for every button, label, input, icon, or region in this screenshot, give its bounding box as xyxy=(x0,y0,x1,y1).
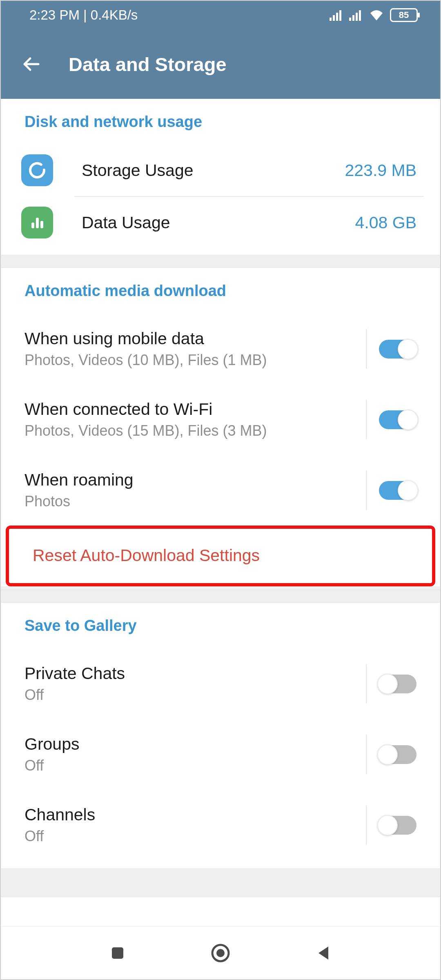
svg-point-8 xyxy=(30,163,44,177)
groups-sub: Off xyxy=(24,757,350,774)
toggle-roaming[interactable] xyxy=(379,481,416,500)
navigation-bar xyxy=(1,926,440,979)
row-roaming[interactable]: When roaming Photos xyxy=(1,455,440,526)
svg-rect-2 xyxy=(336,13,338,21)
row-channels[interactable]: Channels Off xyxy=(1,790,440,860)
row-groups[interactable]: Groups Off xyxy=(1,719,440,790)
svg-rect-3 xyxy=(339,10,341,21)
roaming-sub: Photos xyxy=(24,493,350,510)
back-button[interactable] xyxy=(17,50,45,78)
nav-back-button[interactable] xyxy=(309,939,338,967)
circle-icon xyxy=(211,943,230,963)
svg-rect-4 xyxy=(349,18,351,21)
row-storage-usage[interactable]: Storage Usage 223.9 MB xyxy=(1,145,440,196)
svg-rect-7 xyxy=(359,10,361,21)
battery-icon: 85 xyxy=(390,8,418,22)
roaming-title: When roaming xyxy=(24,470,350,490)
svg-rect-12 xyxy=(112,947,123,959)
mobile-data-sub: Photos, Videos (10 MB), Files (1 MB) xyxy=(24,352,350,369)
data-usage-value: 4.08 GB xyxy=(355,213,416,232)
storage-usage-label: Storage Usage xyxy=(82,161,316,180)
toggle-private-chats[interactable] xyxy=(379,675,416,693)
svg-rect-6 xyxy=(356,13,358,21)
private-chats-title: Private Chats xyxy=(24,664,350,683)
mobile-data-title: When using mobile data xyxy=(24,329,350,348)
svg-rect-11 xyxy=(40,221,43,228)
data-icon xyxy=(21,207,53,238)
row-private-chats[interactable]: Private Chats Off xyxy=(1,648,440,719)
battery-level: 85 xyxy=(399,10,409,20)
svg-rect-9 xyxy=(31,223,34,228)
svg-rect-1 xyxy=(333,15,335,21)
wifi-icon xyxy=(369,9,384,21)
section-gap xyxy=(1,869,440,897)
channels-sub: Off xyxy=(24,828,350,845)
page-title: Data and Storage xyxy=(69,53,227,76)
storage-icon xyxy=(21,154,53,186)
toggle-channels[interactable] xyxy=(379,816,416,835)
reset-auto-download[interactable]: Reset Auto-Download Settings xyxy=(9,529,432,583)
private-chats-sub: Off xyxy=(24,686,350,704)
app-bar: Data and Storage xyxy=(1,29,440,99)
svg-rect-0 xyxy=(330,18,332,21)
data-usage-label: Data Usage xyxy=(82,213,327,232)
wifi-title: When connected to Wi-Fi xyxy=(24,400,350,419)
toggle-wifi[interactable] xyxy=(379,410,416,429)
toggle-mobile-data[interactable] xyxy=(379,340,416,359)
reset-highlight-box: Reset Auto-Download Settings xyxy=(6,526,435,586)
wifi-sub: Photos, Videos (15 MB), Files (3 MB) xyxy=(24,422,350,439)
toggle-groups[interactable] xyxy=(379,745,416,764)
channels-title: Channels xyxy=(24,805,350,824)
row-data-usage[interactable]: Data Usage 4.08 GB xyxy=(1,197,440,255)
nav-recents-button[interactable] xyxy=(103,939,132,967)
row-mobile-data[interactable]: When using mobile data Photos, Videos (1… xyxy=(1,314,440,384)
triangle-left-icon xyxy=(315,945,332,961)
section-gap xyxy=(1,590,440,603)
groups-title: Groups xyxy=(24,735,350,754)
svg-rect-5 xyxy=(352,15,354,21)
nav-home-button[interactable] xyxy=(206,939,235,967)
status-icons: 85 xyxy=(330,8,418,22)
signal-icon xyxy=(349,9,363,21)
row-wifi[interactable]: When connected to Wi-Fi Photos, Videos (… xyxy=(1,384,440,455)
section-header-disk: Disk and network usage xyxy=(1,113,440,145)
square-icon xyxy=(109,945,126,961)
signal-icon xyxy=(330,9,343,21)
section-header-gallery: Save to Gallery xyxy=(1,617,440,648)
svg-point-14 xyxy=(216,949,225,957)
status-time: 2:23 PM | 0.4KB/s xyxy=(29,7,138,23)
section-save-gallery: Save to Gallery Private Chats Off Groups… xyxy=(1,603,440,869)
svg-rect-10 xyxy=(36,218,39,228)
section-disk-usage: Disk and network usage Storage Usage 223… xyxy=(1,99,440,255)
circle-arrow-icon xyxy=(27,160,47,180)
section-gap xyxy=(1,255,440,268)
arrow-left-icon xyxy=(20,53,42,75)
section-header-auto: Automatic media download xyxy=(1,282,440,314)
storage-usage-value: 223.9 MB xyxy=(345,161,417,180)
bar-chart-icon xyxy=(28,214,46,232)
status-bar: 2:23 PM | 0.4KB/s 85 xyxy=(1,1,440,29)
section-auto-download: Automatic media download When using mobi… xyxy=(1,268,440,586)
